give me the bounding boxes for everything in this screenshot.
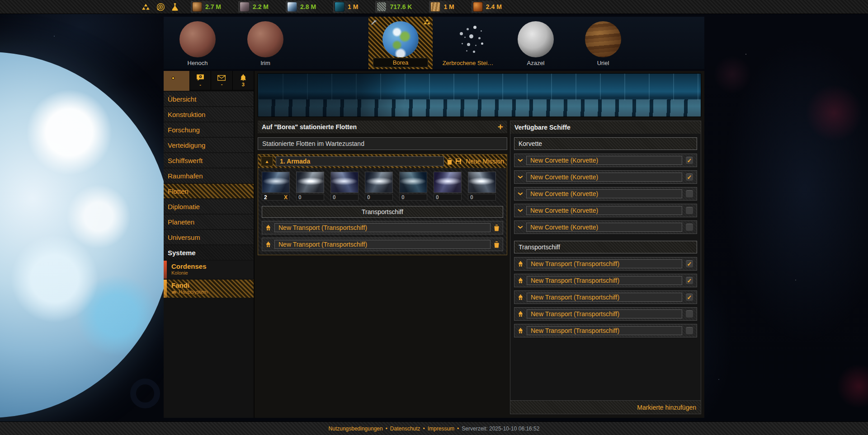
save-fleet-icon[interactable] [455, 158, 462, 164]
footer-separator: • [457, 426, 459, 432]
available-ship-label[interactable]: New Transport (Transportschiff) [527, 293, 682, 302]
system-item-cordenses[interactable]: Cordenses Kolonie [164, 261, 254, 279]
radiation-icon[interactable] [142, 4, 150, 10]
add-fleet-button[interactable]: + [498, 122, 503, 131]
remove-ship-icon[interactable] [494, 225, 500, 231]
planet-image-rock [179, 21, 216, 57]
ship-class-slot-6[interactable]: 0 [434, 172, 462, 201]
planet-tab-Henoch[interactable]: Henoch [165, 17, 230, 69]
fleet-name[interactable]: 1. Armada [276, 156, 444, 166]
sidebar-item-forschung[interactable]: Forschung [164, 122, 254, 137]
ship-checkbox[interactable]: ✓ [685, 293, 693, 301]
footer-link-impressum[interactable]: Impressum [428, 426, 454, 432]
ship-checkbox[interactable]: ✓ [685, 156, 693, 164]
available-ship-label[interactable]: New Corvette (Korvette) [526, 189, 682, 198]
available-ship-label[interactable]: New Transport (Transportschiff) [527, 276, 682, 285]
collapse-fleet-button[interactable]: ▲ [261, 156, 273, 166]
planet-tab-Azazel[interactable]: Azazel [504, 17, 568, 69]
ore-icon [377, 2, 387, 12]
planet-tab-ZerbrocheneStei[interactable]: Zerbrochene Stei… [436, 17, 500, 69]
available-ship-label[interactable]: New Transport (Transportschiff) [527, 309, 682, 318]
available-ship-label[interactable]: New Corvette (Korvette) [526, 173, 682, 182]
comm-bell-icon[interactable]: 3 [233, 71, 254, 90]
fleet-ship-row: New Transport (Transportschiff) [262, 221, 503, 234]
ship-checkbox[interactable]: ✓ [685, 173, 693, 181]
fleet-ship-row: New Transport (Transportschiff) [262, 238, 503, 251]
fleet-ship-label[interactable]: New Transport (Transportschiff) [274, 223, 491, 232]
user-row: - - 3 [164, 71, 254, 91]
ship-class-slot-2[interactable]: 0 [296, 172, 324, 201]
sidebar-item-diplomatie[interactable]: Diplomatie [164, 199, 254, 214]
planet-tab-Irim[interactable]: Irim [233, 17, 297, 69]
planet-label: Irim [235, 60, 296, 66]
resource-wood[interactable]: 1 M [429, 1, 460, 13]
planet-image-terra [382, 21, 419, 57]
available-ship-label[interactable]: New Corvette (Korvette) [526, 223, 682, 232]
resource-crystal[interactable]: 2.8 M [286, 1, 322, 13]
dock-icon[interactable] [518, 295, 524, 300]
sidebar-item-raumhafen[interactable]: Raumhafen [164, 168, 254, 183]
ship-checkbox[interactable] [685, 206, 693, 215]
available-ship-label[interactable]: New Corvette (Korvette) [526, 156, 682, 165]
ship-checkbox[interactable]: ✓ [685, 260, 693, 268]
sidebar-item-universum[interactable]: Universum [164, 230, 254, 244]
chevron-down-icon[interactable] [518, 209, 523, 212]
new-mission-button[interactable]: Neue Mission [466, 158, 504, 165]
orbit-icon[interactable] [156, 3, 165, 11]
available-ship-label[interactable]: New Transport (Transportschiff) [527, 259, 682, 268]
ship-checkbox[interactable] [685, 327, 693, 335]
ship-class-slot-7[interactable]: 0 [468, 172, 496, 201]
planet-tab-Uriel[interactable]: Uriel [571, 17, 635, 69]
chevron-down-icon[interactable] [518, 159, 523, 162]
available-ship-label[interactable]: New Corvette (Korvette) [526, 206, 682, 215]
dock-icon [265, 225, 271, 231]
sidebar-item-verteidigung[interactable]: Verteidigung [164, 138, 254, 152]
system-color-bar [164, 261, 167, 279]
planet-tab-Borea[interactable]: Borea [368, 17, 433, 69]
sidebar-item-schiffswerft[interactable]: Schiffswerft [164, 153, 254, 168]
ship-class-image [262, 172, 290, 193]
dock-icon[interactable] [518, 278, 524, 284]
ship-count-value: 2 [264, 194, 267, 201]
sidebar-item-übersicht[interactable]: Übersicht [164, 92, 254, 106]
avatar[interactable] [164, 71, 190, 91]
dock-icon[interactable] [518, 328, 524, 334]
fleet-ship-label[interactable]: New Transport (Transportschiff) [274, 240, 491, 249]
resource-livestock[interactable]: 2.2 M [238, 1, 275, 13]
remove-ship-icon[interactable] [494, 241, 500, 248]
comm-mail-icon[interactable]: - [211, 71, 232, 90]
flask-icon[interactable] [172, 3, 178, 11]
ship-checkbox[interactable] [685, 223, 693, 231]
resource-water[interactable]: 1 M [333, 1, 364, 13]
ship-class-slot-1[interactable]: 2X [262, 172, 290, 201]
chevron-down-icon[interactable] [518, 192, 523, 196]
dock-icon[interactable] [518, 311, 524, 317]
planet-label: Zerbrochene Stei… [438, 60, 498, 66]
dock-icon[interactable] [518, 261, 524, 267]
resource-clay[interactable]: 2.4 M [472, 1, 508, 13]
system-name: Fandi [171, 281, 208, 289]
chevron-down-icon[interactable] [518, 175, 523, 179]
ship-checkbox[interactable] [685, 310, 693, 318]
footer-link-datenschutz[interactable]: Datenschutz [390, 426, 420, 432]
footer-separator: • [386, 426, 387, 432]
sidebar-item-konstruktion[interactable]: Konstruktion [164, 107, 254, 122]
system-item-fandi[interactable]: Fandi Hauptsystem [164, 280, 254, 298]
ship-class-slot-4[interactable]: 0 [365, 172, 393, 201]
delete-fleet-icon[interactable] [447, 158, 453, 165]
sidebar-item-planeten[interactable]: Planeten [164, 215, 254, 229]
footer-link-nutzungsbedingungen[interactable]: Nutzungsbedingungen [329, 426, 383, 432]
ship-class-slot-5[interactable]: 0 [399, 172, 427, 201]
ship-checkbox[interactable]: ✓ [685, 276, 693, 285]
ship-class-slot-3[interactable]: 0 [330, 172, 359, 201]
available-ship-label[interactable]: New Transport (Transportschiff) [527, 326, 682, 335]
resource-ore[interactable]: 717.6 K [375, 1, 418, 13]
ship-class-thumbnails: 2X 0 0 0 0 [262, 172, 503, 201]
ship-checkbox[interactable] [685, 190, 693, 198]
add-marked-button[interactable]: Markierte hinzufügen [637, 404, 696, 411]
chevron-down-icon[interactable] [518, 225, 523, 229]
remove-ships-button[interactable]: X [284, 194, 288, 201]
sidebar-item-flotten[interactable]: Flotten [164, 184, 254, 198]
comm-chat-icon[interactable]: - [190, 71, 211, 90]
resource-food[interactable]: 2.7 M [191, 1, 227, 13]
